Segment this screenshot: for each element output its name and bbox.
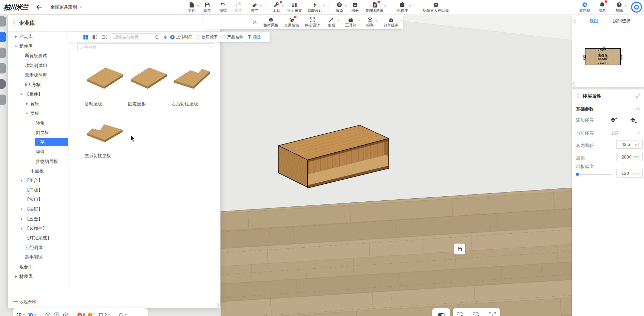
generate-button[interactable]: 生成 (323, 17, 340, 28)
search-icon[interactable] (155, 35, 159, 40)
dock-icon-5[interactable] (0, 79, 6, 89)
dock-icon-1[interactable] (0, 16, 6, 27)
floor-thickness-input[interactable]: 120 mm (616, 169, 643, 178)
tree-item-层板[interactable]: 层板 (8, 109, 68, 118)
tree-item-功能测试用[interactable]: 功能测试用 (8, 61, 68, 70)
tree-item-五金[interactable]: 【五金】 (8, 214, 68, 224)
save-button[interactable]: 保存 (199, 0, 215, 14)
brand-select[interactable]: 选择品牌 (77, 43, 214, 51)
slider-knob[interactable] (576, 173, 579, 176)
product-card-固定层板[interactable]: 固定层板 (128, 63, 170, 93)
toolbox-button[interactable]: 工具箱 (340, 17, 361, 28)
grid-view-toggle[interactable] (83, 34, 88, 40)
help-button[interactable]: ? 帮助 (611, 0, 627, 14)
mode-selector[interactable]: 全屋家具定制 (50, 4, 82, 10)
tools-button[interactable]: 工具 (269, 0, 284, 14)
toggle-button[interactable] (432, 308, 450, 316)
tree-item-组合库[interactable]: 组合库 (8, 262, 68, 272)
inner-space-design-button[interactable]: 内空设计 (302, 17, 323, 28)
filter-button[interactable]: 筛选 (247, 34, 261, 40)
tree-item-斜层板[interactable]: 斜层板 (8, 128, 68, 137)
redo-button[interactable]: 恢复 (231, 0, 246, 14)
dock-icon-6[interactable] (0, 95, 6, 105)
tree-item-灯光系统[interactable]: 【灯光系统】 (8, 233, 68, 243)
floorplan-thumbnail[interactable]: 9997 未命名 43.5m² 9997 4352 4352 (585, 48, 621, 65)
add-floor-above-button[interactable] (610, 117, 617, 124)
clear-button[interactable]: 清空 (246, 0, 262, 14)
tree-item-转角[interactable]: 转角 (8, 118, 68, 128)
2d-mode-button[interactable]: 2D (16, 313, 25, 316)
chevron-up-icon[interactable] (637, 108, 640, 112)
tree-item-板件[interactable]: 【板件】 (8, 89, 68, 99)
mini-program-button[interactable]: 小程序 (393, 0, 412, 14)
dock-icon-3[interactable] (0, 48, 6, 58)
subbar-close-button[interactable] (251, 19, 258, 26)
smart-design-button[interactable]: 智能设计 (305, 0, 325, 14)
marquee-save-button[interactable] (473, 312, 480, 316)
tree-item-圆弧[interactable]: 圆弧 (8, 147, 68, 156)
tree-item-组件库[interactable]: 组件库 (8, 41, 68, 51)
floorplan-layout-button[interactable]: 平面布置 (284, 0, 305, 14)
overall-style-button[interactable]: 整体风格 (260, 17, 281, 28)
splitter-handle[interactable] (66, 148, 69, 157)
dock-icon-4[interactable] (0, 63, 6, 73)
drag-handle-icon[interactable] (13, 21, 16, 26)
tree-item-装饰件[interactable]: 【装饰件】 (8, 224, 68, 233)
render-button[interactable]: 渲染 (332, 0, 347, 14)
focus-view-button[interactable] (45, 312, 51, 316)
compass-button[interactable] (63, 312, 69, 316)
tree-item-组合[interactable]: 【组合】 (8, 176, 68, 185)
tab-view[interactable]: 视图 (590, 18, 598, 24)
list-view-toggle[interactable] (92, 34, 98, 40)
dock-icon-2-active[interactable] (0, 32, 6, 42)
account-avatar[interactable] (631, 2, 642, 13)
album-button[interactable]: 图册 (347, 0, 363, 14)
tab-room-select[interactable]: 房间选择 (613, 18, 631, 24)
drag-handle-icon[interactable] (574, 18, 577, 23)
floor-thickness-slider[interactable] (577, 173, 612, 176)
tree-item-产品库[interactable]: 产品库 (8, 32, 68, 41)
search-input[interactable] (111, 34, 161, 41)
reverse-import-button[interactable]: 反向导入产品库 (418, 0, 453, 14)
new-features-button[interactable]: N 新功能 (577, 0, 593, 14)
fullscreen-button[interactable] (489, 312, 496, 316)
tree-item-晨丰测试[interactable]: 晨丰测试 (8, 252, 68, 262)
cabinet-view-button[interactable] (54, 312, 60, 316)
undo-button[interactable]: 撤销 (215, 0, 231, 14)
product-card-右后切柱层板[interactable]: 右后切柱层板 (172, 63, 213, 93)
tree-item-一字-selected[interactable]: 一字 (8, 137, 68, 147)
tree-item-5天考核[interactable]: 5天考核 (8, 80, 68, 89)
tree-item-挂物钩层板[interactable]: 挂物钩层板 (8, 156, 68, 166)
add-floor-below-button[interactable] (630, 117, 637, 124)
file-button[interactable]: 文件 (184, 0, 199, 14)
messages-button[interactable]: 消息 (594, 0, 610, 14)
back-button[interactable] (35, 3, 43, 11)
radio-product-name[interactable]: 产品名称 (221, 34, 243, 40)
3d-mode-button[interactable]: 3D (28, 313, 36, 316)
tree-item-断背板测试[interactable]: 断背板测试 (8, 51, 68, 61)
warning-count-badge[interactable]: 1 (88, 313, 96, 316)
error-count-badge[interactable]: 0 (77, 313, 85, 316)
drawings-list-button[interactable]: 图纸&清单 (363, 0, 387, 14)
area-input[interactable]: 43.5 m² (616, 140, 643, 149)
tree-item-材质库[interactable]: 材质库 (8, 272, 68, 281)
tree-item-常用[interactable]: 【常用】 (8, 195, 68, 204)
radio-upload-time[interactable]: 上传时间 (170, 34, 192, 40)
sort-direction-toggle[interactable] (164, 35, 167, 39)
tree-item-背板[interactable]: 背板 (8, 99, 68, 109)
order-submit-button[interactable]: 订单提审 (379, 17, 403, 28)
tree-item-门板[interactable]: 【门板】 (8, 185, 68, 195)
product-card-左后切柱层板[interactable]: 左后切柱层板 (84, 119, 126, 145)
tree-item-云禾板件库[interactable]: 云禾板件库 (8, 70, 68, 80)
product-card-活动层板[interactable]: 活动层板 (84, 63, 126, 93)
tree-item-云熙测试[interactable]: 云熙测试 (8, 243, 68, 252)
refresh-button[interactable] (118, 313, 127, 316)
whole-house-edit-button[interactable]: 全屋编辑 (281, 17, 302, 28)
display-settings-toggle[interactable] (101, 35, 107, 39)
radio-usage-frequency[interactable]: 使用频率 (196, 34, 218, 40)
drag-handle-icon[interactable] (577, 94, 580, 99)
collapse-all-button[interactable]: 收起全部 (8, 296, 220, 308)
save-view-button[interactable] (454, 244, 465, 254)
tree-item-抽屉[interactable]: 【抽屉】 (8, 204, 68, 214)
tree-item-中竖板[interactable]: 中竖板 (8, 166, 68, 176)
